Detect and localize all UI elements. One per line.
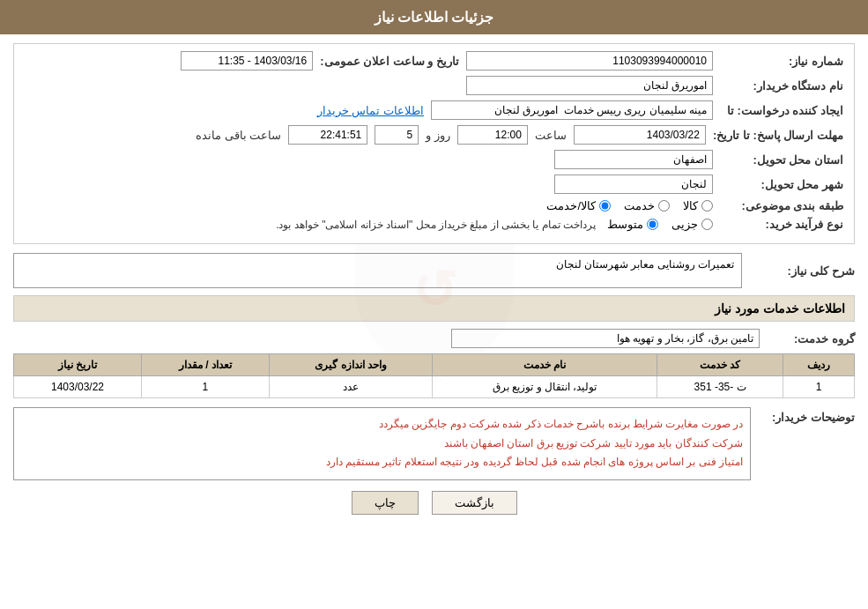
farayand-note: پرداخت تمام یا بخشی از مبلغ خریداز محل "… — [276, 219, 596, 231]
tabaqe-label: طبقه بندی موضوعی: — [720, 199, 843, 212]
tosihaat-line2: شرکت کنندگان باید مورد تایید شرکت توزیع … — [21, 434, 743, 454]
mohlat-date-input[interactable] — [574, 125, 706, 145]
ostan-label: استان محل تحویل: — [720, 153, 843, 167]
col-radif: ردیف — [783, 354, 855, 376]
nam-dastgah-label: نام دستگاه خریدار: — [720, 79, 843, 93]
farayand-radio-group: جزیی متوسط — [607, 218, 713, 231]
tosihaat-label: توضیحات خریدار: — [758, 407, 855, 424]
back-button[interactable]: بازگشت — [432, 491, 517, 515]
tabaqe-kala-khedmat-radio[interactable] — [599, 200, 611, 212]
farayand-jozii-radio[interactable] — [701, 219, 713, 230]
ijad-konande-label: ایجاد کننده درخواست: تا — [720, 104, 843, 117]
tabaqe-kala-label: کالا — [683, 199, 698, 212]
goroh-label: گروه خدمت: — [767, 332, 855, 345]
mohlat-rooz-input[interactable] — [375, 125, 419, 145]
baqi-mande-label: ساعت باقی مانده — [196, 129, 281, 142]
tabaqe-kala-khedmat-label: کالا/خدمت — [546, 199, 596, 212]
shomara-niaz-input[interactable] — [466, 51, 713, 71]
goroh-input[interactable] — [451, 329, 760, 348]
farayand-motevaset-label: متوسط — [607, 218, 643, 231]
tabaqe-khedmat-radio[interactable] — [658, 200, 670, 212]
col-kod: کد خدمت — [657, 354, 783, 376]
page-header: جزئیات اطلاعات نیاز — [0, 0, 868, 34]
cell-kod: ت -35- 351 — [657, 376, 783, 398]
general-info-section: شماره نیاز: تاریخ و ساعت اعلان عمومی: نا… — [13, 43, 855, 244]
buttons-row: بازگشت چاپ — [13, 491, 855, 515]
saaat-label: ساعت — [535, 129, 567, 142]
cell-radif: 1 — [783, 376, 855, 398]
tosihaat-line3: امتیاز فنی بر اساس پروژه های انجام شده ق… — [21, 453, 743, 472]
taarikh-elaan-input[interactable] — [181, 51, 313, 71]
table-row: 1 ت -35- 351 تولید، انتقال و توزیع برق ع… — [14, 376, 855, 398]
farayand-motevaset-radio[interactable] — [647, 219, 658, 230]
tabaqe-khedmat-label: خدمت — [624, 199, 655, 212]
ettelaat-tamas-link[interactable]: اطلاعات تماس خریدار — [317, 104, 424, 117]
taarikh-elaan-label: تاریخ و ساعت اعلان عمومی: — [320, 55, 459, 68]
shahr-label: شهر محل تحویل: — [720, 178, 843, 191]
khadamat-section-title: اطلاعات خدمات مورد نیاز — [13, 295, 855, 322]
col-tedad: تعداد / مقدار — [142, 354, 270, 376]
tabaqe-radio-group: کالا خدمت کالا/خدمت — [546, 199, 713, 212]
nooe-farayand-label: نوع فرآیند خرید: — [720, 218, 843, 231]
ostan-input[interactable] — [554, 150, 713, 169]
mohlat-time-input[interactable] — [457, 125, 528, 145]
tosihaat-line1: در صورت مغایرت شرایط برنده باشرح خدمات ذ… — [21, 415, 743, 434]
shomara-niaz-label: شماره نیاز: — [720, 55, 843, 68]
tosihaat-box: در صورت مغایرت شرایط برنده باشرح خدمات ذ… — [13, 407, 751, 480]
col-vahed: واحد اندازه گیری — [269, 354, 433, 376]
cell-nam: تولید، انتقال و توزیع برق — [433, 376, 657, 398]
cell-tedad: 1 — [142, 376, 270, 398]
tabaqe-kala-radio[interactable] — [701, 200, 713, 212]
sharh-box: تعمیرات روشنایی معابر شهرستان لنجان — [13, 253, 742, 288]
services-table: ردیف کد خدمت نام خدمت واحد اندازه گیری ت… — [13, 353, 855, 398]
farayand-jozii-label: جزیی — [671, 218, 698, 231]
rooz-label: روز و — [426, 129, 450, 142]
cell-tarikh: 1403/03/22 — [14, 376, 142, 398]
mohlat-countdown-input[interactable] — [288, 125, 367, 145]
cell-vahed: عدد — [269, 376, 433, 398]
sharh-text: تعمیرات روشنایی معابر شهرستان لنجان — [556, 258, 734, 271]
print-button[interactable]: چاپ — [352, 491, 419, 515]
mohlat-label: مهلت ارسال پاسخ: تا تاریخ: — [713, 129, 843, 142]
nam-dastgah-input[interactable] — [466, 76, 713, 95]
col-tarikh: تاریخ نیاز — [14, 354, 142, 376]
col-nam: نام خدمت — [433, 354, 657, 376]
ijad-konande-input[interactable] — [431, 100, 713, 120]
shahr-input[interactable] — [554, 175, 713, 194]
sharh-label: شرح کلی نیاز: — [749, 264, 855, 278]
